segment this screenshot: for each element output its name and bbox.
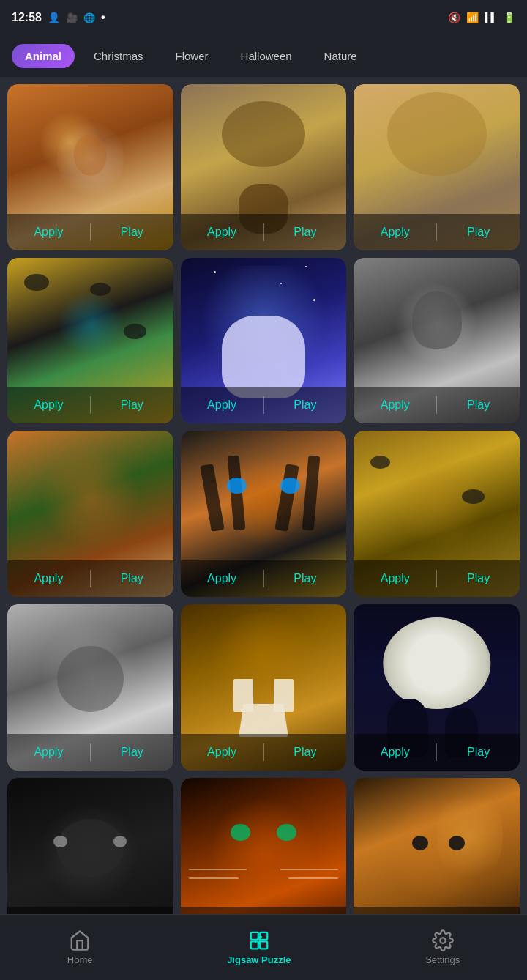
play-btn-6[interactable]: Play: [437, 393, 520, 417]
card-overlay: Apply Play: [181, 387, 347, 423]
signal-icon: ▌▌: [485, 12, 497, 23]
apply-btn-12[interactable]: Apply: [354, 740, 436, 765]
apply-btn-5[interactable]: Apply: [181, 393, 264, 417]
category-flower[interactable]: Flower: [162, 44, 222, 68]
nav-home-label: Home: [67, 954, 93, 965]
card-eagle[interactable]: Apply Play: [354, 258, 520, 424]
card-fox1[interactable]: Apply Play: [7, 84, 173, 250]
card-overlay: Apply Play: [181, 734, 347, 771]
card-moon[interactable]: Apply Play: [354, 604, 520, 771]
puzzle-icon: [248, 929, 270, 951]
play-btn-8[interactable]: Play: [264, 566, 347, 591]
play-btn-7[interactable]: Play: [91, 566, 173, 591]
home-icon: [69, 929, 91, 951]
wifi-icon: 📶: [466, 12, 479, 23]
category-halloween[interactable]: Halloween: [228, 44, 305, 68]
apply-btn-4[interactable]: Apply: [7, 393, 90, 417]
card-lion1[interactable]: Apply Play: [181, 84, 347, 250]
play-btn-9[interactable]: Play: [437, 566, 520, 591]
card-leopard1[interactable]: Apply Play: [7, 258, 173, 424]
apply-btn-9[interactable]: Apply: [354, 566, 436, 591]
play-btn-10[interactable]: Play: [91, 740, 173, 765]
card-overlay: Apply Play: [7, 560, 173, 597]
card-overlay: Apply Play: [7, 387, 173, 423]
status-left: 12:58 👤 🎥 🌐 •: [12, 11, 105, 24]
emoji-icon: 🌐: [83, 12, 95, 23]
bottom-nav: Home Jigsaw Puzzle Settings: [0, 914, 527, 980]
play-btn-4[interactable]: Play: [91, 393, 173, 417]
settings-icon: [432, 929, 454, 951]
apply-btn-1[interactable]: Apply: [7, 220, 90, 245]
apply-btn-2[interactable]: Apply: [181, 220, 264, 245]
apply-btn-10[interactable]: Apply: [7, 740, 90, 765]
card-overlay: Apply Play: [181, 214, 347, 250]
play-btn-1[interactable]: Play: [91, 220, 173, 245]
card-overlay: Apply Play: [7, 734, 173, 771]
card-wolf[interactable]: Apply Play: [7, 604, 173, 771]
svg-point-4: [440, 938, 446, 943]
nav-settings[interactable]: Settings: [425, 929, 460, 965]
svg-rect-2: [251, 941, 258, 949]
card-fox2[interactable]: Apply Play: [7, 431, 173, 597]
play-btn-5[interactable]: Play: [264, 393, 347, 417]
apply-btn-6[interactable]: Apply: [354, 393, 436, 417]
play-btn-3[interactable]: Play: [437, 220, 520, 245]
apply-btn-3[interactable]: Apply: [354, 220, 436, 245]
svg-rect-3: [260, 941, 267, 949]
category-animal[interactable]: Animal: [12, 44, 75, 68]
time: 12:58: [12, 11, 42, 24]
video-icon: 🎥: [66, 12, 78, 23]
card-overlay: Apply Play: [181, 560, 347, 597]
card-leopard2[interactable]: Apply Play: [354, 431, 520, 597]
battery-icon: 🔋: [503, 12, 515, 23]
status-right: 🔇 📶 ▌▌ 🔋: [448, 12, 515, 23]
dot-icon: •: [101, 11, 105, 24]
nav-home[interactable]: Home: [67, 929, 93, 965]
nav-puzzle-label: Jigsaw Puzzle: [227, 954, 291, 965]
svg-rect-1: [260, 932, 267, 940]
play-btn-2[interactable]: Play: [264, 220, 347, 245]
card-overlay: Apply Play: [354, 560, 520, 597]
category-christmas[interactable]: Christmas: [81, 44, 157, 68]
card-overlay: Apply Play: [7, 214, 173, 250]
card-tiger[interactable]: Apply Play: [181, 431, 347, 597]
play-btn-11[interactable]: Play: [264, 740, 347, 765]
nav-settings-label: Settings: [425, 954, 460, 965]
status-bar: 12:58 👤 🎥 🌐 • 🔇 📶 ▌▌ 🔋: [0, 0, 527, 35]
category-bar: Animal Christmas Flower Halloween Nature: [0, 35, 527, 77]
card-overlay: Apply Play: [354, 214, 520, 250]
apply-btn-8[interactable]: Apply: [181, 566, 264, 591]
card-unicorn[interactable]: Apply Play: [181, 258, 347, 424]
apply-btn-7[interactable]: Apply: [7, 566, 90, 591]
card-overlay: Apply Play: [354, 734, 520, 771]
card-leopard3[interactable]: Apply Play: [181, 604, 347, 771]
category-nature[interactable]: Nature: [311, 44, 370, 68]
fb-icon: 👤: [48, 12, 60, 23]
card-lion2[interactable]: Apply Play: [354, 84, 520, 250]
play-btn-12[interactable]: Play: [437, 740, 520, 765]
card-overlay: Apply Play: [354, 387, 520, 423]
image-grid: Apply Play Apply Play Apply Play: [0, 77, 527, 951]
mute-icon: 🔇: [448, 12, 460, 23]
nav-puzzle[interactable]: Jigsaw Puzzle: [227, 929, 291, 965]
apply-btn-11[interactable]: Apply: [181, 740, 264, 765]
